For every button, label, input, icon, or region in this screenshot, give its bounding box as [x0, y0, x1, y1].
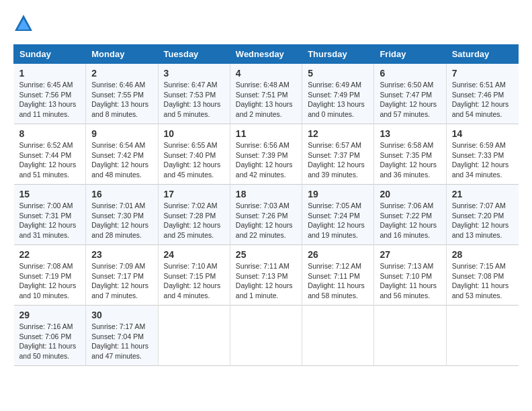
calendar-cell: 21Sunrise: 7:07 AMSunset: 7:20 PMDayligh… — [446, 185, 518, 245]
header-saturday: Saturday — [446, 45, 518, 64]
day-number: 13 — [380, 128, 440, 139]
day-number: 16 — [91, 189, 152, 199]
calendar-cell: 1Sunrise: 6:45 AMSunset: 7:56 PMDaylight… — [14, 64, 86, 124]
calendar-cell: 26Sunrise: 7:12 AMSunset: 7:11 PMDayligh… — [302, 245, 374, 306]
week-row-5: 29Sunrise: 7:16 AMSunset: 7:06 PMDayligh… — [14, 306, 519, 366]
day-number: 11 — [236, 128, 296, 139]
day-number: 23 — [91, 249, 152, 260]
calendar-cell — [374, 306, 446, 366]
calendar-cell — [230, 306, 302, 366]
cell-info: Sunrise: 6:52 AMSunset: 7:44 PMDaylight:… — [19, 141, 77, 179]
day-number: 25 — [236, 249, 296, 260]
day-number: 15 — [19, 189, 81, 199]
day-number: 22 — [19, 249, 81, 260]
day-number: 14 — [452, 128, 513, 139]
logo — [13, 13, 36, 34]
cell-info: Sunrise: 7:02 AMSunset: 7:28 PMDaylight:… — [164, 201, 221, 239]
calendar-cell: 14Sunrise: 6:59 AMSunset: 7:33 PMDayligh… — [446, 124, 518, 185]
calendar-cell: 25Sunrise: 7:11 AMSunset: 7:13 PMDayligh… — [230, 245, 302, 306]
calendar-cell: 16Sunrise: 7:01 AMSunset: 7:30 PMDayligh… — [86, 185, 158, 245]
calendar-cell: 5Sunrise: 6:49 AMSunset: 7:49 PMDaylight… — [302, 64, 374, 124]
calendar-cell: 17Sunrise: 7:02 AMSunset: 7:28 PMDayligh… — [158, 185, 230, 245]
calendar-cell: 9Sunrise: 6:54 AMSunset: 7:42 PMDaylight… — [86, 124, 158, 185]
calendar-cell: 20Sunrise: 7:06 AMSunset: 7:22 PMDayligh… — [374, 185, 446, 245]
calendar-cell: 22Sunrise: 7:08 AMSunset: 7:19 PMDayligh… — [14, 245, 86, 306]
calendar-cell: 6Sunrise: 6:50 AMSunset: 7:47 PMDaylight… — [374, 64, 446, 124]
calendar-cell: 18Sunrise: 7:03 AMSunset: 7:26 PMDayligh… — [230, 185, 302, 245]
day-number: 1 — [19, 68, 81, 79]
calendar-cell: 3Sunrise: 6:47 AMSunset: 7:53 PMDaylight… — [158, 64, 230, 124]
cell-info: Sunrise: 7:16 AMSunset: 7:06 PMDaylight:… — [19, 322, 77, 360]
calendar-cell — [446, 306, 518, 366]
day-number: 21 — [452, 189, 513, 199]
day-number: 28 — [452, 249, 513, 260]
week-row-3: 15Sunrise: 7:00 AMSunset: 7:31 PMDayligh… — [14, 185, 519, 245]
calendar-cell — [302, 306, 374, 366]
day-number: 19 — [308, 189, 368, 199]
header-wednesday: Wednesday — [230, 45, 302, 64]
day-number: 29 — [19, 310, 81, 320]
header-monday: Monday — [86, 45, 158, 64]
calendar-cell: 8Sunrise: 6:52 AMSunset: 7:44 PMDaylight… — [14, 124, 86, 185]
calendar-cell: 28Sunrise: 7:15 AMSunset: 7:08 PMDayligh… — [446, 245, 518, 306]
day-number: 7 — [452, 68, 513, 79]
cell-info: Sunrise: 6:45 AMSunset: 7:56 PMDaylight:… — [19, 81, 77, 118]
day-number: 18 — [236, 189, 296, 199]
day-number: 27 — [380, 249, 440, 260]
cell-info: Sunrise: 6:55 AMSunset: 7:40 PMDaylight:… — [164, 141, 221, 179]
calendar-cell: 15Sunrise: 7:00 AMSunset: 7:31 PMDayligh… — [14, 185, 86, 245]
cell-info: Sunrise: 6:46 AMSunset: 7:55 PMDaylight:… — [91, 81, 148, 118]
calendar-cell: 23Sunrise: 7:09 AMSunset: 7:17 PMDayligh… — [86, 245, 158, 306]
cell-info: Sunrise: 7:13 AMSunset: 7:10 PMDaylight:… — [380, 262, 437, 300]
day-number: 5 — [308, 68, 368, 79]
header-sunday: Sunday — [14, 45, 86, 64]
week-row-2: 8Sunrise: 6:52 AMSunset: 7:44 PMDaylight… — [14, 124, 519, 185]
cell-info: Sunrise: 6:47 AMSunset: 7:53 PMDaylight:… — [164, 81, 221, 118]
cell-info: Sunrise: 6:54 AMSunset: 7:42 PMDaylight:… — [91, 141, 148, 179]
day-number: 10 — [164, 128, 224, 139]
calendar-cell — [158, 306, 230, 366]
calendar-cell: 27Sunrise: 7:13 AMSunset: 7:10 PMDayligh… — [374, 245, 446, 306]
cell-info: Sunrise: 6:51 AMSunset: 7:46 PMDaylight:… — [452, 81, 509, 118]
day-number: 26 — [308, 249, 368, 260]
day-number: 3 — [164, 68, 224, 79]
day-number: 4 — [236, 68, 296, 79]
day-number: 9 — [91, 128, 152, 139]
calendar-cell: 30Sunrise: 7:17 AMSunset: 7:04 PMDayligh… — [86, 306, 158, 366]
cell-info: Sunrise: 7:15 AMSunset: 7:08 PMDaylight:… — [452, 262, 509, 300]
cell-info: Sunrise: 7:12 AMSunset: 7:11 PMDaylight:… — [308, 262, 365, 300]
cell-info: Sunrise: 7:06 AMSunset: 7:22 PMDaylight:… — [380, 201, 437, 239]
calendar-table: SundayMondayTuesdayWednesdayThursdayFrid… — [13, 44, 519, 366]
cell-info: Sunrise: 6:50 AMSunset: 7:47 PMDaylight:… — [380, 81, 437, 118]
cell-info: Sunrise: 6:56 AMSunset: 7:39 PMDaylight:… — [236, 141, 293, 179]
cell-info: Sunrise: 7:09 AMSunset: 7:17 PMDaylight:… — [91, 262, 148, 300]
calendar-cell: 12Sunrise: 6:57 AMSunset: 7:37 PMDayligh… — [302, 124, 374, 185]
cell-info: Sunrise: 7:05 AMSunset: 7:24 PMDaylight:… — [308, 201, 365, 239]
day-number: 12 — [308, 128, 368, 139]
page-header — [13, 13, 519, 34]
cell-info: Sunrise: 6:57 AMSunset: 7:37 PMDaylight:… — [308, 141, 365, 179]
cell-info: Sunrise: 7:10 AMSunset: 7:15 PMDaylight:… — [164, 262, 221, 300]
day-number: 24 — [164, 249, 224, 260]
header-tuesday: Tuesday — [158, 45, 230, 64]
week-row-4: 22Sunrise: 7:08 AMSunset: 7:19 PMDayligh… — [14, 245, 519, 306]
calendar-cell: 2Sunrise: 6:46 AMSunset: 7:55 PMDaylight… — [86, 64, 158, 124]
day-number: 2 — [91, 68, 152, 79]
calendar-cell: 4Sunrise: 6:48 AMSunset: 7:51 PMDaylight… — [230, 64, 302, 124]
week-row-1: 1Sunrise: 6:45 AMSunset: 7:56 PMDaylight… — [14, 64, 519, 124]
calendar-cell: 13Sunrise: 6:58 AMSunset: 7:35 PMDayligh… — [374, 124, 446, 185]
calendar-cell: 7Sunrise: 6:51 AMSunset: 7:46 PMDaylight… — [446, 64, 518, 124]
cell-info: Sunrise: 7:17 AMSunset: 7:04 PMDaylight:… — [91, 322, 148, 360]
day-number: 30 — [91, 310, 152, 320]
calendar-cell: 29Sunrise: 7:16 AMSunset: 7:06 PMDayligh… — [14, 306, 86, 366]
calendar-cell: 10Sunrise: 6:55 AMSunset: 7:40 PMDayligh… — [158, 124, 230, 185]
cell-info: Sunrise: 7:11 AMSunset: 7:13 PMDaylight:… — [236, 262, 293, 300]
header-row: SundayMondayTuesdayWednesdayThursdayFrid… — [14, 45, 519, 64]
logo-icon — [13, 13, 34, 34]
header-thursday: Thursday — [302, 45, 374, 64]
day-number: 6 — [380, 68, 440, 79]
cell-info: Sunrise: 7:01 AMSunset: 7:30 PMDaylight:… — [91, 201, 148, 239]
cell-info: Sunrise: 7:08 AMSunset: 7:19 PMDaylight:… — [19, 262, 77, 300]
cell-info: Sunrise: 6:48 AMSunset: 7:51 PMDaylight:… — [236, 81, 293, 118]
cell-info: Sunrise: 6:49 AMSunset: 7:49 PMDaylight:… — [308, 81, 365, 118]
